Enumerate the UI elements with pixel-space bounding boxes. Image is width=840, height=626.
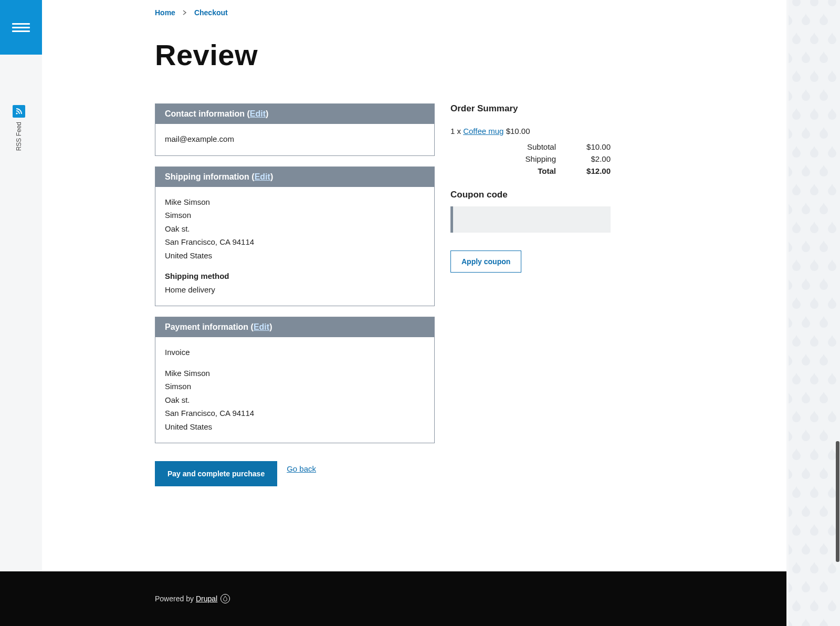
shipping-edit-link[interactable]: Edit <box>255 172 270 181</box>
payment-title: Payment information <box>165 322 248 331</box>
breadcrumb: Home Checkout <box>155 8 786 17</box>
menu-toggle[interactable] <box>0 0 42 55</box>
payment-company: Simson <box>165 380 425 393</box>
scrollbar[interactable] <box>835 0 840 626</box>
order-summary-title: Order Summary <box>450 103 611 114</box>
shipping-company: Simson <box>165 208 425 222</box>
footer-drupal-link[interactable]: Drupal <box>196 594 217 603</box>
item-qty: 1 x <box>450 127 463 135</box>
svg-point-0 <box>16 112 17 114</box>
shipping-method-value: Home delivery <box>165 283 425 297</box>
payment-country: United States <box>165 420 425 434</box>
breadcrumb-checkout[interactable]: Checkout <box>194 8 228 17</box>
total-value: $12.00 <box>577 166 611 175</box>
pay-button[interactable]: Pay and complete purchase <box>155 461 277 486</box>
item-price: $10.00 <box>503 127 530 135</box>
payment-panel-header: Payment information (Edit) <box>155 317 434 337</box>
shipping-title: Shipping information <box>165 172 249 181</box>
footer-powered: Powered by <box>155 594 194 603</box>
coupon-title: Coupon code <box>450 190 611 200</box>
shipping-panel-header: Shipping information (Edit) <box>155 167 434 187</box>
payment-name: Mike Simson <box>165 367 425 380</box>
order-line-item: 1 x Coffee mug $10.00 <box>450 127 611 135</box>
payment-street: Oak st. <box>165 393 425 407</box>
contact-edit-link[interactable]: Edit <box>250 109 266 118</box>
breadcrumb-home[interactable]: Home <box>155 8 175 17</box>
payment-edit-link[interactable]: Edit <box>254 322 269 331</box>
order-totals: Subtotal $10.00 Shipping $2.00 Total $12… <box>450 141 611 177</box>
pattern-strip <box>789 0 840 626</box>
apply-coupon-button[interactable]: Apply coupon <box>450 251 521 273</box>
drupal-icon <box>220 594 230 603</box>
content-panel: Home Checkout Review Contact information… <box>42 0 786 571</box>
shipping-country: United States <box>165 249 425 263</box>
contact-panel: Contact information (Edit) mail@example.… <box>155 103 435 156</box>
coupon-input[interactable] <box>450 206 611 233</box>
rss-rail[interactable]: RSS Feed <box>13 105 25 151</box>
total-label: Total <box>514 166 556 175</box>
shipping-city: San Francisco, CA 94114 <box>165 235 425 249</box>
contact-email: mail@example.com <box>165 132 425 146</box>
shipping-cost-value: $2.00 <box>577 154 611 163</box>
scrollbar-thumb[interactable] <box>836 441 839 562</box>
shipping-name: Mike Simson <box>165 195 425 209</box>
rss-label: RSS Feed <box>15 122 23 151</box>
item-name-link[interactable]: Coffee mug <box>463 127 503 135</box>
subtotal-label: Subtotal <box>514 142 556 151</box>
shipping-cost-label: Shipping <box>514 154 556 163</box>
shipping-method-label: Shipping method <box>165 269 425 283</box>
payment-method: Invoice <box>165 346 425 359</box>
payment-city: San Francisco, CA 94114 <box>165 406 425 420</box>
rss-icon <box>13 105 25 118</box>
subtotal-value: $10.00 <box>577 142 611 151</box>
page-title: Review <box>155 38 786 72</box>
shipping-street: Oak st. <box>165 222 425 236</box>
contact-panel-header: Contact information (Edit) <box>155 104 434 124</box>
action-row: Pay and complete purchase Go back <box>155 461 435 486</box>
chevron-right-icon <box>183 10 187 15</box>
footer: Powered by Drupal <box>0 571 786 626</box>
shipping-panel: Shipping information (Edit) Mike Simson … <box>155 166 435 307</box>
contact-title: Contact information <box>165 109 245 118</box>
hamburger-icon <box>12 21 30 34</box>
go-back-link[interactable]: Go back <box>287 464 316 473</box>
payment-panel: Payment information (Edit) Invoice Mike … <box>155 317 435 443</box>
